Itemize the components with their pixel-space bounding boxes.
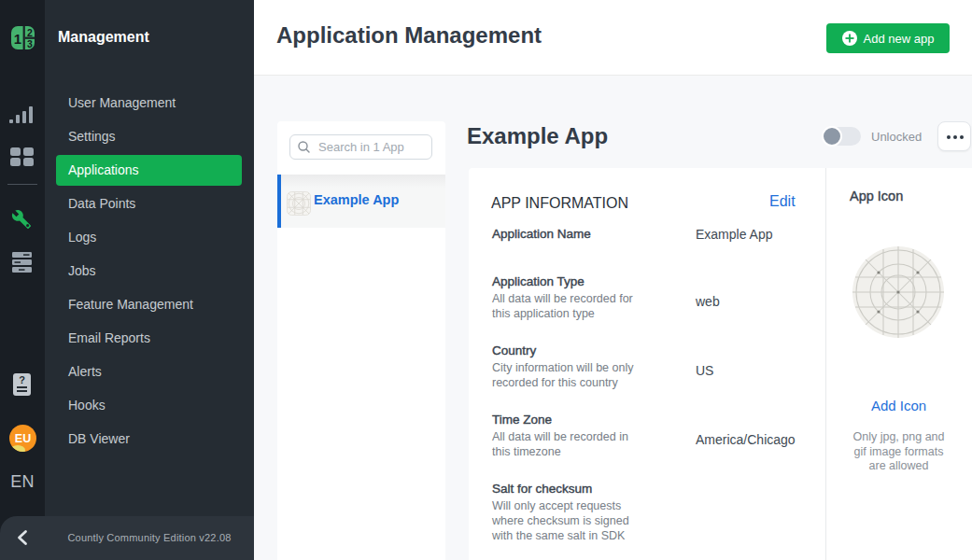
svg-text:2: 2 — [27, 27, 33, 38]
svg-text:3: 3 — [27, 38, 33, 49]
svg-text:?: ? — [19, 374, 25, 385]
svg-text:EU: EU — [15, 432, 31, 445]
svg-text:1: 1 — [14, 31, 21, 47]
